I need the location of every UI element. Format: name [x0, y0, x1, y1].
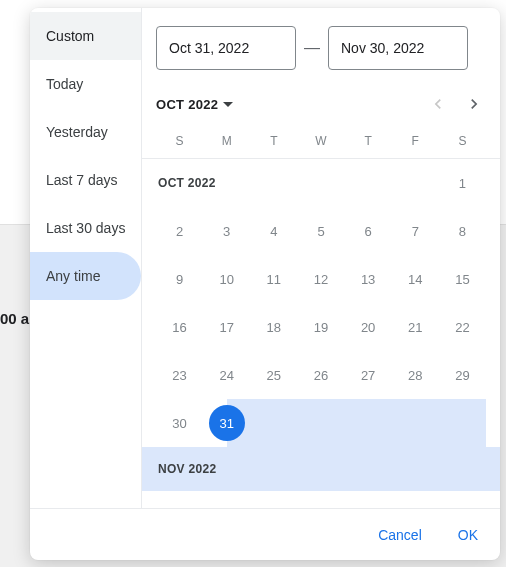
calendar-day[interactable]: 10 — [203, 255, 250, 303]
weekday-label: S — [156, 134, 203, 148]
calendar-day[interactable]: 3 — [203, 207, 250, 255]
calendar-day[interactable]: 17 — [203, 303, 250, 351]
month-title: NOV 2022 — [156, 447, 486, 491]
calendar-day[interactable]: 18 — [250, 303, 297, 351]
month-nov-title-row: NOV 2022 — [142, 447, 500, 491]
calendar-panel: — OCT 2022 S M T W — [142, 8, 500, 508]
calendar-cell-empty — [297, 159, 344, 207]
calendar-cell-in-range — [345, 399, 392, 447]
preset-last-30-days[interactable]: Last 30 days — [30, 204, 141, 252]
preset-today[interactable]: Today — [30, 60, 141, 108]
calendar-day[interactable]: 9 — [156, 255, 203, 303]
preset-last-7-days[interactable]: Last 7 days — [30, 156, 141, 204]
weekday-label: M — [203, 134, 250, 148]
calendar-day[interactable]: 22 — [439, 303, 486, 351]
preset-any-time[interactable]: Any time — [30, 252, 141, 300]
weekday-header: S M T W T F S — [142, 126, 500, 159]
caret-down-icon — [223, 102, 233, 107]
calendar-day[interactable]: 1 — [439, 159, 486, 207]
calendar-scroll[interactable]: OCT 2022 1 2 3 4 5 6 7 8 9 10 11 12 — [142, 159, 500, 508]
calendar-day-range-start[interactable]: 31 — [203, 399, 250, 447]
chevron-right-icon — [464, 94, 484, 114]
ok-button[interactable]: OK — [454, 519, 482, 551]
preset-yesterday[interactable]: Yesterday — [30, 108, 141, 156]
calendar-day[interactable]: 24 — [203, 351, 250, 399]
cancel-button[interactable]: Cancel — [374, 519, 426, 551]
calendar-day[interactable]: 21 — [392, 303, 439, 351]
date-inputs-row: — — [142, 8, 500, 80]
weekday-label: S — [439, 134, 486, 148]
month-oct-2022: OCT 2022 1 2 3 4 5 6 7 8 9 10 11 12 — [142, 159, 500, 447]
calendar-day[interactable]: 25 — [250, 351, 297, 399]
weekday-label: W — [297, 134, 344, 148]
dialog-footer: Cancel OK — [30, 508, 500, 560]
calendar-day[interactable]: 20 — [345, 303, 392, 351]
background-text: 00 a — [0, 310, 29, 327]
calendar-cell-in-range — [439, 399, 486, 447]
weekday-label: T — [250, 134, 297, 148]
calendar-cell-empty — [345, 159, 392, 207]
month-label-text: OCT 2022 — [156, 97, 218, 112]
calendar-day[interactable]: 11 — [250, 255, 297, 303]
weekday-label: F — [392, 134, 439, 148]
calendar-day[interactable]: 12 — [297, 255, 344, 303]
calendar-day[interactable]: 5 — [297, 207, 344, 255]
calendar-day[interactable]: 27 — [345, 351, 392, 399]
calendar-day[interactable]: 19 — [297, 303, 344, 351]
calendar-day[interactable]: 4 — [250, 207, 297, 255]
month-title: OCT 2022 — [156, 159, 297, 207]
next-month-button[interactable] — [456, 86, 492, 122]
month-nav-row: OCT 2022 — [142, 80, 500, 126]
calendar-cell-in-range — [250, 399, 297, 447]
date-range-popover: Custom Today Yesterday Last 7 days Last … — [30, 8, 500, 560]
calendar-day[interactable]: 13 — [345, 255, 392, 303]
start-date-input[interactable] — [156, 26, 296, 70]
calendar-day[interactable]: 7 — [392, 207, 439, 255]
calendar-day[interactable]: 6 — [345, 207, 392, 255]
calendar-day[interactable]: 16 — [156, 303, 203, 351]
calendar-day[interactable]: 14 — [392, 255, 439, 303]
calendar-day[interactable]: 15 — [439, 255, 486, 303]
calendar-cell-in-range — [392, 399, 439, 447]
calendar-cell-empty — [392, 159, 439, 207]
weekday-label: T — [345, 134, 392, 148]
end-date-input[interactable] — [328, 26, 468, 70]
calendar-day[interactable]: 30 — [156, 399, 203, 447]
calendar-day[interactable]: 23 — [156, 351, 203, 399]
calendar-cell-in-range — [297, 399, 344, 447]
preset-sidebar: Custom Today Yesterday Last 7 days Last … — [30, 8, 142, 508]
chevron-left-icon — [428, 94, 448, 114]
calendar-day[interactable]: 8 — [439, 207, 486, 255]
month-dropdown[interactable]: OCT 2022 — [156, 97, 233, 112]
preset-custom[interactable]: Custom — [30, 12, 141, 60]
calendar-day[interactable]: 2 — [156, 207, 203, 255]
calendar-day[interactable]: 26 — [297, 351, 344, 399]
prev-month-button[interactable] — [420, 86, 456, 122]
calendar-day[interactable]: 29 — [439, 351, 486, 399]
range-separator: — — [304, 39, 320, 57]
calendar-day[interactable]: 28 — [392, 351, 439, 399]
